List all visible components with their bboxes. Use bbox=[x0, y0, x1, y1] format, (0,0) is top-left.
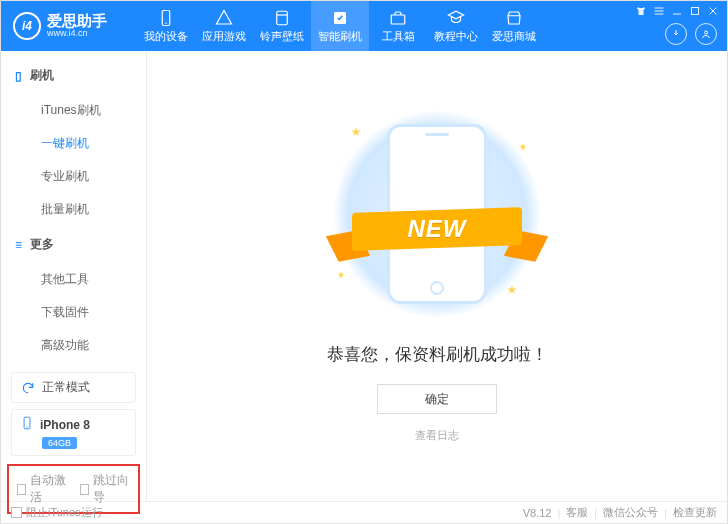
app-header: i4 爱思助手 www.i4.cn 我的设备 应用游戏 铃声壁纸 智能刷机 工具… bbox=[1, 1, 727, 51]
check-update-link[interactable]: 检查更新 bbox=[673, 505, 717, 520]
nav-label: 应用游戏 bbox=[202, 29, 246, 44]
checkbox-label: 阻止iTunes运行 bbox=[26, 505, 103, 520]
sidebar-item-itunes-flash[interactable]: iTunes刷机 bbox=[1, 94, 146, 127]
phone-icon: ▯ bbox=[15, 69, 22, 83]
app-url: www.i4.cn bbox=[47, 29, 107, 39]
list-icon: ≡ bbox=[15, 238, 22, 252]
sidebar-item-download-firmware[interactable]: 下载固件 bbox=[1, 296, 146, 329]
nav-label: 我的设备 bbox=[144, 29, 188, 44]
sidebar-item-pro-flash[interactable]: 专业刷机 bbox=[1, 160, 146, 193]
sidebar-item-other-tools[interactable]: 其他工具 bbox=[1, 263, 146, 296]
svg-rect-2 bbox=[277, 11, 288, 25]
download-button[interactable] bbox=[665, 23, 687, 45]
maximize-icon[interactable] bbox=[689, 5, 701, 17]
wechat-link[interactable]: 微信公众号 bbox=[603, 505, 658, 520]
app-logo: i4 爱思助手 www.i4.cn bbox=[13, 12, 137, 40]
nav-label: 教程中心 bbox=[434, 29, 478, 44]
support-link[interactable]: 客服 bbox=[566, 505, 588, 520]
nav-my-device[interactable]: 我的设备 bbox=[137, 1, 195, 51]
sidebar-item-advanced[interactable]: 高级功能 bbox=[1, 329, 146, 362]
refresh-icon bbox=[20, 380, 36, 396]
minimize-icon[interactable] bbox=[671, 5, 683, 17]
nav-tutorials[interactable]: 教程中心 bbox=[427, 1, 485, 51]
skip-guide-checkbox[interactable]: 跳过向导 bbox=[80, 472, 131, 506]
block-itunes-checkbox[interactable]: 阻止iTunes运行 bbox=[11, 505, 103, 520]
nav-store[interactable]: 爱思商城 bbox=[485, 1, 543, 51]
svg-rect-5 bbox=[692, 8, 699, 15]
top-nav: 我的设备 应用游戏 铃声壁纸 智能刷机 工具箱 教程中心 爱思商城 bbox=[137, 1, 543, 51]
success-illustration: NEW bbox=[307, 109, 567, 319]
logo-icon: i4 bbox=[13, 12, 41, 40]
auto-activate-checkbox[interactable]: 自动激活 bbox=[17, 472, 68, 506]
menu-icon[interactable] bbox=[653, 5, 665, 17]
new-ribbon: NEW bbox=[337, 201, 537, 257]
sidebar-section-flash[interactable]: ▯ 刷机 bbox=[1, 61, 146, 90]
version-label: V8.12 bbox=[523, 507, 552, 519]
close-icon[interactable] bbox=[707, 5, 719, 17]
sidebar-item-oneclick-flash[interactable]: 一键刷机 bbox=[1, 127, 146, 160]
device-info-box[interactable]: iPhone 8 64GB bbox=[11, 409, 136, 456]
device-mode-label: 正常模式 bbox=[42, 379, 90, 396]
sidebar-item-batch-flash[interactable]: 批量刷机 bbox=[1, 193, 146, 226]
nav-toolbox[interactable]: 工具箱 bbox=[369, 1, 427, 51]
svg-point-8 bbox=[26, 427, 27, 428]
nav-label: 爱思商城 bbox=[492, 29, 536, 44]
view-log-link[interactable]: 查看日志 bbox=[415, 428, 459, 443]
shirt-icon[interactable] bbox=[635, 5, 647, 17]
checkbox-label: 自动激活 bbox=[30, 472, 67, 506]
checkbox-label: 跳过向导 bbox=[93, 472, 130, 506]
svg-point-6 bbox=[705, 31, 708, 34]
ok-button[interactable]: 确定 bbox=[377, 384, 497, 414]
app-name: 爱思助手 bbox=[47, 13, 107, 30]
section-title: 更多 bbox=[30, 236, 54, 253]
main-content: NEW 恭喜您，保资料刷机成功啦！ 确定 查看日志 bbox=[147, 51, 727, 501]
svg-rect-4 bbox=[391, 15, 405, 24]
device-phone-icon bbox=[20, 416, 34, 433]
ribbon-text: NEW bbox=[408, 215, 467, 243]
sidebar-section-more[interactable]: ≡ 更多 bbox=[1, 230, 146, 259]
nav-ringtone-wallpaper[interactable]: 铃声壁纸 bbox=[253, 1, 311, 51]
device-mode-box[interactable]: 正常模式 bbox=[11, 372, 136, 403]
success-message: 恭喜您，保资料刷机成功啦！ bbox=[327, 343, 548, 366]
nav-apps-games[interactable]: 应用游戏 bbox=[195, 1, 253, 51]
nav-label: 智能刷机 bbox=[318, 29, 362, 44]
nav-label: 铃声壁纸 bbox=[260, 29, 304, 44]
svg-point-1 bbox=[165, 22, 167, 24]
device-name: iPhone 8 bbox=[40, 418, 90, 432]
sidebar: ▯ 刷机 iTunes刷机 一键刷机 专业刷机 批量刷机 ≡ 更多 其他工具 下… bbox=[1, 51, 147, 501]
section-title: 刷机 bbox=[30, 67, 54, 84]
storage-badge: 64GB bbox=[42, 437, 77, 449]
nav-label: 工具箱 bbox=[382, 29, 415, 44]
user-button[interactable] bbox=[695, 23, 717, 45]
nav-smart-flash[interactable]: 智能刷机 bbox=[311, 1, 369, 51]
